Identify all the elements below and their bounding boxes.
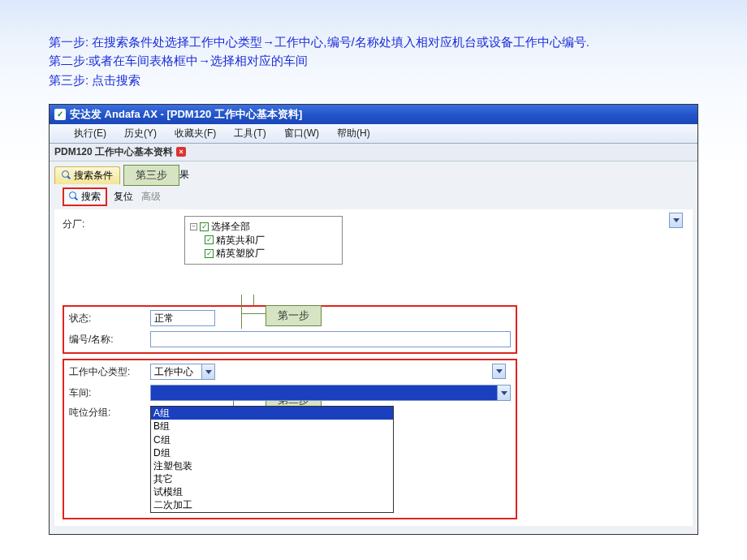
row-code-name: 编号/名称: xyxy=(69,331,511,347)
list-item[interactable]: B组 xyxy=(151,420,393,433)
tree-child-1[interactable]: ✓ 精英共和厂 xyxy=(205,234,337,248)
code-name-label: 编号/名称: xyxy=(69,333,150,347)
list-item[interactable]: 其它 xyxy=(151,472,393,485)
chevron-down-icon xyxy=(492,364,506,379)
callout-step1: 第一步 xyxy=(266,305,322,326)
list-item[interactable]: 注塑包装 xyxy=(151,459,393,472)
tree-child-1-label: 精英共和厂 xyxy=(216,234,265,248)
menubar: 执行(E) 历史(Y) 收藏夹(F) 工具(T) 窗口(W) 帮助(H) xyxy=(50,124,697,144)
chevron-down-icon xyxy=(201,364,214,379)
chevron-down-icon xyxy=(497,386,510,400)
tabs-row: 搜索条件 第三步 果 xyxy=(50,162,697,186)
row-wc-type: 工作中心类型: 工作中心 xyxy=(69,364,511,380)
arrow-icon: → xyxy=(262,35,274,49)
checkbox-icon[interactable]: ✓ xyxy=(205,235,214,244)
instruction-line-3: 第三步: 点击搜索 xyxy=(49,71,698,89)
search-icon xyxy=(69,192,79,201)
document-tab[interactable]: PDM120 工作中心基本资料 × xyxy=(50,144,697,162)
menu-tools[interactable]: 工具(T) xyxy=(234,127,266,140)
collapse-icon[interactable]: − xyxy=(190,223,197,230)
leader-line xyxy=(253,295,254,305)
step2-label: 第二步: xyxy=(49,54,89,67)
tab-search-conditions[interactable]: 搜索条件 xyxy=(54,166,120,184)
arrow-icon: → xyxy=(198,54,210,67)
factory-label: 分厂: xyxy=(63,216,136,231)
factory-tree[interactable]: − ✓ 选择全部 ✓ 精英共和厂 ✓ 精英塑胶厂 xyxy=(184,216,343,265)
instruction-line-1: 第一步: 在搜索条件处选择工作中心类型→工作中心,编号/名称处填入相对应机台或设… xyxy=(49,32,698,51)
tree-root-label: 选择全部 xyxy=(211,220,250,234)
wc-type-dropdown-far[interactable] xyxy=(492,364,506,379)
list-item[interactable]: A组 xyxy=(151,407,393,420)
step1-text-a: 在搜索条件处选择工作中心类型 xyxy=(89,35,262,49)
slide: 第一步: 在搜索条件处选择工作中心类型→工作中心,编号/名称处填入相对应机台或设… xyxy=(0,0,747,560)
advanced-button[interactable]: 高级 xyxy=(141,190,161,204)
step3-text: 点击搜索 xyxy=(89,73,140,87)
wc-type-label: 工作中心类型: xyxy=(69,365,150,379)
tab-results-suffix: 果 xyxy=(179,168,189,182)
chevron-down-icon xyxy=(669,213,683,228)
menu-help[interactable]: 帮助(H) xyxy=(337,127,370,140)
search-button[interactable]: 搜索 xyxy=(63,187,107,206)
tree-child-2[interactable]: ✓ 精英塑胶厂 xyxy=(205,247,337,261)
tab-search-conditions-label: 搜索条件 xyxy=(74,169,113,183)
step1-label: 第一步: xyxy=(49,35,89,49)
workshop-label: 车间: xyxy=(69,386,150,400)
titlebar: ✓ 安达发 Andafa AX - [PDM120 工作中心基本资料] xyxy=(50,105,697,124)
list-item[interactable]: 试模组 xyxy=(151,485,393,498)
ton-group-listbox[interactable]: A组 B组 C组 D组 注塑包装 其它 试模组 二次加工 xyxy=(150,406,394,513)
menu-favorites[interactable]: 收藏夹(F) xyxy=(175,127,216,140)
instruction-line-2: 第二步:或者在车间表格框中→选择相对应的车间 xyxy=(49,51,698,70)
row-factory: 分厂: − ✓ 选择全部 ✓ 精英共和厂 ✓ xyxy=(63,216,684,265)
leader-line xyxy=(241,313,266,314)
callout-step1-label: 第一步 xyxy=(278,309,309,321)
menu-window[interactable]: 窗口(W) xyxy=(284,127,319,140)
workshop-value xyxy=(151,387,497,398)
app-icon: ✓ xyxy=(54,109,66,120)
form-area: 分厂: − ✓ 选择全部 ✓ 精英共和厂 ✓ xyxy=(54,209,693,526)
step3-label: 第三步: xyxy=(49,73,89,87)
checkbox-icon[interactable]: ✓ xyxy=(200,222,209,231)
close-icon[interactable]: × xyxy=(176,147,186,157)
ton-group-label: 吨位分组: xyxy=(69,406,150,420)
step2-text-b: 选择相对应的车间 xyxy=(210,54,308,67)
wc-type-value: 工作中心 xyxy=(151,365,201,379)
instructions-block: 第一步: 在搜索条件处选择工作中心类型→工作中心,编号/名称处填入相对应机台或设… xyxy=(49,32,698,89)
list-item[interactable]: D组 xyxy=(151,446,393,459)
status-value: 正常 xyxy=(151,312,214,325)
menu-execute[interactable]: 执行(E) xyxy=(74,127,106,140)
reset-button[interactable]: 复位 xyxy=(114,190,133,204)
list-item[interactable]: 二次加工 xyxy=(151,498,393,511)
checkbox-icon[interactable]: ✓ xyxy=(205,249,214,258)
search-button-label: 搜索 xyxy=(81,190,101,204)
code-name-input[interactable] xyxy=(150,331,511,347)
status-label: 状态: xyxy=(69,312,150,325)
toolbar: 搜索 复位 高级 xyxy=(50,186,697,209)
workshop-combo[interactable] xyxy=(150,385,511,401)
tree-child-2-label: 精英塑胶厂 xyxy=(216,247,265,261)
menu-history[interactable]: 历史(Y) xyxy=(124,127,157,140)
group-step2: 工作中心类型: 工作中心 车间: xyxy=(63,359,517,519)
app-window: ✓ 安达发 Andafa AX - [PDM120 工作中心基本资料] 执行(E… xyxy=(49,104,698,535)
callout-step3: 第三步 xyxy=(123,165,179,186)
document-tab-title: PDM120 工作中心基本资料 xyxy=(54,145,173,159)
wc-type-combo[interactable]: 工作中心 xyxy=(150,364,215,380)
search-icon xyxy=(62,170,71,180)
window-title: 安达发 Andafa AX - [PDM120 工作中心基本资料] xyxy=(70,107,302,122)
status-dropdown-far[interactable] xyxy=(669,213,683,228)
search-panel: 搜索条件 第三步 果 搜索 复位 高级 分厂: xyxy=(50,162,697,534)
step2-text-a: 或者在车间表格框中 xyxy=(89,54,198,67)
list-item[interactable]: C组 xyxy=(151,433,393,446)
row-ton-group: 吨位分组: A组 B组 C组 D组 注塑包装 其它 试模组 二次加工 xyxy=(69,406,511,513)
leader-line xyxy=(241,295,242,329)
step1-text-b: 工作中心,编号/名称处填入相对应机台或设备工作中心编号. xyxy=(274,35,589,49)
row-workshop: 车间: xyxy=(69,385,511,401)
status-combo[interactable]: 正常 xyxy=(150,310,215,326)
tree-root[interactable]: − ✓ 选择全部 xyxy=(190,220,337,234)
callout-step3-label: 第三步 xyxy=(136,169,167,181)
